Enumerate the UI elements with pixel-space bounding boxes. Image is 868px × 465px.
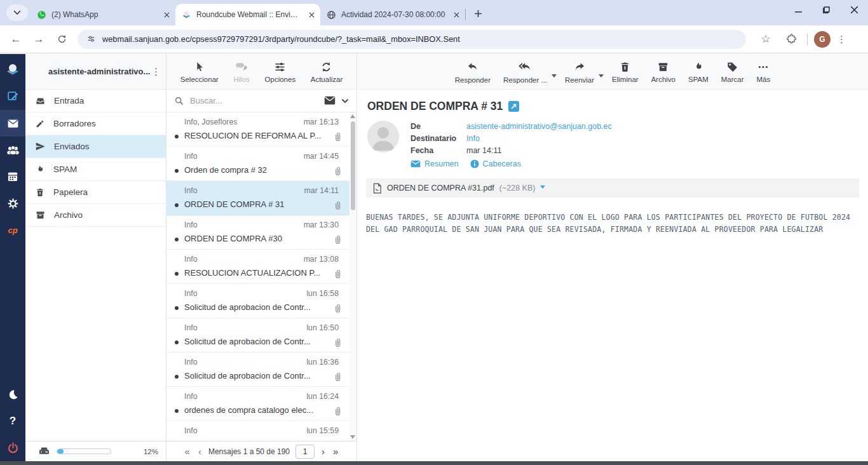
- attachment-paperclip-icon: [333, 269, 342, 282]
- attachment-name[interactable]: ORDEN DE COMPRA #31.pdf: [387, 184, 494, 192]
- tab-divider: [465, 9, 466, 20]
- mail-nav-button[interactable]: [0, 110, 25, 137]
- list-toolbar: Seleccionar Hilos Opciones Actualizar: [166, 54, 356, 90]
- from-address-link[interactable]: asistente-administrativo@sanjuan.gob.ec: [466, 122, 612, 131]
- message-row[interactable]: Infolun 16:50 Solicitud de aprobacion de…: [166, 318, 356, 353]
- roundcube-icon: [182, 10, 191, 20]
- button-label: Responder ...: [503, 76, 547, 84]
- summary-link[interactable]: Resumen: [410, 159, 459, 168]
- search-scope-mail-icon[interactable]: [324, 96, 336, 105]
- attachment-menu-caret-icon[interactable]: [540, 185, 545, 191]
- dark-mode-button[interactable]: [0, 381, 25, 408]
- message-subject: RESOLUCION DE REFORMA AL P...: [184, 131, 339, 140]
- forward-button[interactable]: Reenviar: [559, 61, 600, 84]
- attachment-bar[interactable]: ORDEN DE COMPRA #31.pdf (~228 KB): [366, 179, 859, 198]
- message-row[interactable]: Infomar 13:30 ORDEN DE COMPRA #30: [166, 215, 356, 250]
- scrollbar[interactable]: [349, 112, 356, 441]
- tab-close-icon[interactable]: [451, 10, 461, 20]
- tab-actividad[interactable]: Actividad 2024-07-30 08:00:00: [320, 4, 465, 25]
- refresh-button[interactable]: [52, 30, 71, 49]
- contacts-icon: [6, 143, 20, 158]
- forward-button[interactable]: →: [29, 30, 48, 49]
- back-button[interactable]: ←: [6, 30, 25, 49]
- recipient-link[interactable]: Info: [466, 134, 480, 143]
- message-row[interactable]: Infolun 16:24 ordenes de compra catalogo…: [166, 387, 356, 421]
- open-in-new-icon[interactable]: [508, 101, 519, 112]
- folder-label: Borradores: [53, 119, 96, 128]
- tab-whatsapp[interactable]: (2) WhatsApp: [31, 4, 175, 25]
- account-menu-icon[interactable]: ⋮: [151, 66, 161, 78]
- next-page-button[interactable]: ›: [320, 446, 326, 457]
- message-subject: Solicitud de aprobacion de Contr...: [184, 302, 339, 312]
- search-options-chevron-icon[interactable]: [341, 98, 349, 104]
- page-number-input[interactable]: [295, 445, 315, 459]
- pdf-file-icon: [372, 183, 382, 194]
- cpanel-button[interactable]: cp: [0, 217, 25, 243]
- window-close-button[interactable]: [840, 0, 868, 19]
- person-icon: [367, 121, 399, 152]
- mail-subject: ORDEN DE COMPRA # 31: [367, 100, 503, 113]
- divider: [807, 34, 808, 45]
- message-row[interactable]: Infolun 16:36 Solicitud de aprobacion de…: [166, 353, 356, 387]
- scrollbar-thumb[interactable]: [351, 121, 355, 210]
- settings-nav-button[interactable]: [0, 190, 25, 217]
- forward-caret-icon[interactable]: [599, 74, 604, 80]
- help-button[interactable]: ?: [0, 408, 25, 435]
- folder-papelera[interactable]: Papelera: [25, 181, 166, 204]
- folder-spam[interactable]: SPAM: [25, 158, 166, 181]
- button-label: Más: [757, 76, 771, 83]
- minimize-icon: [795, 6, 802, 13]
- mark-button[interactable]: Marcar: [715, 61, 750, 83]
- calendar-nav-button[interactable]: [0, 163, 25, 190]
- window-maximize-button[interactable]: [812, 0, 840, 19]
- recipient-label: Destinatario: [410, 134, 466, 143]
- prev-page-button[interactable]: ‹: [197, 446, 203, 457]
- spam-button[interactable]: SPAM: [682, 61, 714, 83]
- reply-all-button[interactable]: Responder ...: [498, 61, 553, 84]
- message-row[interactable]: Info, Josefloresmar 16:13 RESOLUCION DE …: [166, 112, 356, 147]
- first-page-button[interactable]: «: [184, 446, 191, 457]
- tab-close-icon[interactable]: [306, 10, 316, 20]
- refresh-list-button[interactable]: Actualizar: [311, 61, 343, 83]
- tab-label: Actividad 2024-07-30 08:00:00: [341, 10, 446, 19]
- headers-link[interactable]: Cabeceras: [470, 159, 521, 168]
- archive-button[interactable]: Archivo: [646, 61, 681, 83]
- delete-button[interactable]: Eliminar: [606, 61, 644, 83]
- tab-search-button[interactable]: [6, 4, 28, 21]
- account-name[interactable]: asistente-administrativo...: [48, 67, 151, 76]
- message-row[interactable]: Infolun 16:58 Solicitud de aprobacion de…: [166, 284, 356, 318]
- tab-close-icon[interactable]: [161, 10, 172, 20]
- url-bar: ← → webmail.sanjuan.gob.ec/cpsess9729797…: [0, 25, 868, 53]
- logout-button[interactable]: [0, 435, 25, 461]
- scrollbar-down-icon[interactable]: [350, 435, 355, 439]
- profile-avatar[interactable]: G: [814, 31, 831, 48]
- more-button[interactable]: Más: [751, 61, 776, 83]
- status-dot: [175, 238, 179, 241]
- last-page-button[interactable]: »: [332, 446, 339, 457]
- tab-roundcube[interactable]: Roundcube Webmail :: Enviado: [175, 4, 320, 25]
- compose-button[interactable]: [0, 83, 25, 110]
- folder-borradores[interactable]: Borradores: [25, 112, 166, 135]
- reply-button[interactable]: Responder: [449, 61, 496, 84]
- extensions-icon[interactable]: [782, 30, 801, 49]
- message-row[interactable]: Infomar 14:45 Orden de compra # 32: [166, 147, 356, 181]
- bookmark-star-icon[interactable]: ☆: [756, 30, 775, 49]
- reply-all-caret-icon[interactable]: [552, 74, 557, 80]
- scrollbar-up-icon[interactable]: [350, 114, 355, 118]
- message-row[interactable]: Infomar 13:08 RESOLUCION ACTUALIZACION P…: [166, 250, 356, 284]
- contacts-nav-button[interactable]: [0, 137, 25, 163]
- folder-enviados[interactable]: Enviados: [25, 135, 166, 158]
- options-button[interactable]: Opciones: [265, 61, 296, 83]
- select-button[interactable]: Seleccionar: [180, 61, 219, 83]
- message-row-selected[interactable]: Infomar 14:11 ORDEN DE COMPRA # 31: [166, 181, 356, 215]
- globe-icon: [327, 10, 336, 20]
- folder-entrada[interactable]: Entrada: [25, 90, 166, 112]
- threads-button[interactable]: Hilos: [233, 61, 250, 83]
- folder-archivo[interactable]: Archivo: [25, 204, 166, 227]
- search-input[interactable]: [190, 96, 318, 105]
- message-row[interactable]: Infolun 15:59: [166, 421, 356, 441]
- address-input[interactable]: webmail.sanjuan.gob.ec/cpsess9729797291/…: [78, 30, 746, 49]
- new-tab-button[interactable]: [470, 5, 486, 22]
- window-minimize-button[interactable]: [784, 0, 812, 19]
- browser-menu-icon[interactable]: ⋮: [837, 34, 846, 45]
